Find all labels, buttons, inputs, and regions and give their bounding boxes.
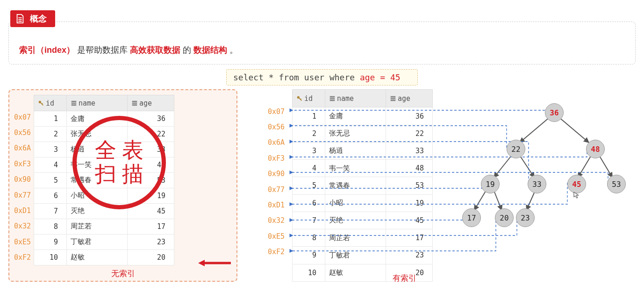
column-icon <box>390 95 396 102</box>
svg-line-8 <box>519 117 550 143</box>
tree-node-20: 20 <box>495 208 514 227</box>
table-row: 2张无忌22 <box>293 125 433 142</box>
svg-marker-4 <box>198 260 205 266</box>
tree-node-33: 33 <box>528 175 546 193</box>
bst-tree: 36 22 48 19 33 45 53 17 20 23 <box>442 89 624 262</box>
data-table-right: id name age 1金庸36 2张无忌22 3杨逍33 4韦一笑48 5常… <box>292 89 433 282</box>
svg-rect-6 <box>330 96 335 101</box>
address-column-left: 0x07 0x56 0x6A 0xF3 0x90 0x77 0xD1 0x32 … <box>14 109 34 265</box>
document-icon <box>15 13 25 24</box>
table-row: 8周芷若17 <box>293 229 433 247</box>
svg-line-10 <box>494 155 512 178</box>
column-icon <box>329 95 336 102</box>
cursor-icon <box>573 191 580 199</box>
table-row: 4韦一笑48 <box>34 157 174 172</box>
concept-box: 索引（index） 是帮助数据库 高效获取数据 的 数据结构 。 <box>8 21 636 64</box>
table-row: 10赵敏20 <box>34 249 174 265</box>
with-index-label: 有索引 <box>393 273 416 284</box>
table-row: 4韦一笑48 <box>293 160 433 177</box>
svg-line-9 <box>559 117 589 143</box>
tree-node-36: 36 <box>545 103 564 122</box>
table-row: 5常遇春53 <box>34 172 174 188</box>
kw-index: 索引 <box>19 45 36 55</box>
tree-node-45: 45 <box>567 175 586 193</box>
column-icon <box>71 100 77 107</box>
no-index-label: 无索引 <box>14 268 232 279</box>
concept-badge: 概念 <box>10 10 55 27</box>
table-row: 7灭绝45 <box>34 203 174 219</box>
table-row: 3杨逍33 <box>293 142 433 159</box>
no-index-panel: 0x07 0x56 0x6A 0xF3 0x90 0x77 0xD1 0x32 … <box>8 89 237 282</box>
svg-line-11 <box>519 155 535 178</box>
table-row: 5常遇春53 <box>293 177 433 194</box>
column-icon <box>131 100 138 107</box>
tree-node-19: 19 <box>481 175 500 193</box>
data-table-left: id name age 1金庸36 2张无忌22 3杨逍33 4韦一笑48 5常… <box>34 95 174 265</box>
scan-arrow-icon <box>198 258 231 268</box>
tree-node-22: 22 <box>507 140 525 158</box>
table-row: 9丁敏君23 <box>293 247 433 264</box>
concept-text: 索引（index） 是帮助数据库 高效获取数据 的 数据结构 。 <box>19 44 625 56</box>
table-row: 9丁敏君23 <box>34 234 174 249</box>
tree-node-17: 17 <box>462 208 481 227</box>
address-column-right: 0x07 0x56 0x6A 0xF3 0x90 0x77 0xD1 0x32 … <box>268 104 287 282</box>
tree-node-23: 23 <box>516 208 535 227</box>
svg-rect-7 <box>391 96 396 101</box>
tree-node-48: 48 <box>586 140 605 158</box>
kw-efficient: 高效获取数据 <box>130 45 180 55</box>
table-row: 1金庸36 <box>293 107 433 125</box>
table-row: 1金庸36 <box>34 111 174 127</box>
kw-index-en: （index） <box>36 45 75 55</box>
table-row: 2张无忌22 <box>34 127 174 142</box>
svg-line-12 <box>578 155 592 178</box>
with-index-panel: 0x07 0x56 0x6A 0xF3 0x90 0x77 0xD1 0x32 … <box>268 89 624 282</box>
table-row: 7灭绝45 <box>293 212 433 229</box>
svg-line-13 <box>599 155 613 178</box>
svg-line-15 <box>494 190 502 211</box>
svg-rect-2 <box>132 101 137 106</box>
key-icon <box>296 95 303 102</box>
key-icon <box>38 100 44 107</box>
tree-node-53: 53 <box>607 175 626 193</box>
table-row: 6小昭19 <box>293 194 433 212</box>
svg-rect-1 <box>72 101 77 106</box>
table-row: 8周芷若17 <box>34 219 174 234</box>
svg-line-14 <box>474 190 487 211</box>
concept-badge-label: 概念 <box>30 13 47 24</box>
table-row: 6小昭19 <box>34 188 174 203</box>
kw-datastructure: 数据结构 <box>193 45 227 55</box>
sql-query: select * from user where age = 45 <box>226 69 418 86</box>
table-row: 3杨逍33 <box>34 142 174 157</box>
